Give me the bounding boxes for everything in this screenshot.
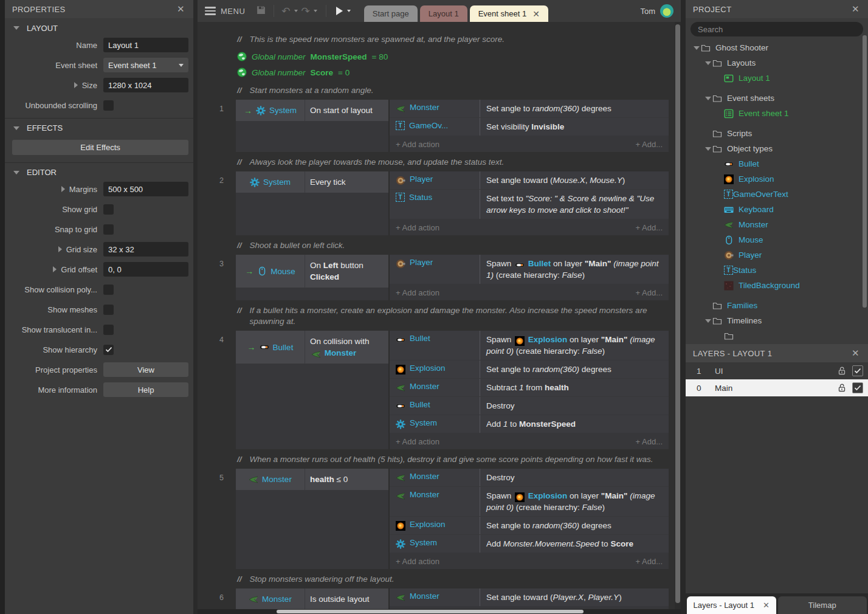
- action-object-cell[interactable]: Player: [390, 255, 480, 284]
- condition-object-cell[interactable]: Monster: [236, 588, 305, 609]
- collapse-icon[interactable]: [692, 46, 701, 50]
- redo-icon[interactable]: ↷: [301, 6, 310, 16]
- tab-event-sheet-1[interactable]: Event sheet 1✕: [470, 5, 548, 22]
- tree-item-families[interactable]: Families: [686, 298, 868, 313]
- redo-dropdown-icon[interactable]: [314, 10, 317, 12]
- menu-icon[interactable]: [205, 7, 216, 15]
- add-button[interactable]: + Add...: [636, 557, 669, 566]
- condition-text[interactable]: Every tick: [305, 171, 388, 193]
- tree-item-event-sheets[interactable]: Event sheets: [686, 91, 868, 106]
- action-text[interactable]: Spawn Bullet on layer "Main" (image poin…: [480, 255, 669, 284]
- collapse-icon[interactable]: [703, 319, 712, 323]
- section-header-effects[interactable]: EFFECTS: [5, 118, 193, 137]
- user-avatar[interactable]: [660, 4, 673, 18]
- action-row[interactable]: MonsterSet angle to random(360) degrees: [390, 100, 669, 118]
- action-row[interactable]: MonsterSet angle toward (Player.X, Playe…: [390, 588, 669, 607]
- layer-row-main[interactable]: 0Main: [686, 379, 868, 396]
- condition-text[interactable]: On start of layout: [305, 100, 388, 121]
- action-row[interactable]: TStatusSet text to "Score: " & Score & n…: [390, 190, 669, 219]
- event-block[interactable]: →SystemOn start of layoutMonsterSet angl…: [236, 100, 669, 152]
- action-row[interactable]: SystemAdd Monster.Movement.Speed to Scor…: [390, 535, 669, 553]
- action-row[interactable]: TGameOv...Set visibility Invisible: [390, 118, 669, 136]
- add-action-button[interactable]: + Add action: [396, 223, 439, 232]
- show-translucent-in-checkbox[interactable]: [103, 325, 114, 335]
- action-text[interactable]: Set text to "Score: " & Score & newline …: [480, 190, 669, 219]
- add-button[interactable]: + Add...: [636, 140, 669, 149]
- action-text[interactable]: Set angle to random(360) degrees: [480, 360, 669, 378]
- action-text[interactable]: Spawn Explosion on layer "Main" (image p…: [480, 487, 669, 516]
- name-input[interactable]: [103, 38, 188, 52]
- condition-object-cell[interactable]: →System: [236, 100, 305, 121]
- action-text[interactable]: Set angle toward (Player.X, Player.Y): [480, 588, 669, 606]
- action-text[interactable]: Set angle to random(360) degrees: [480, 100, 669, 117]
- condition-row[interactable]: MonsterIs outside layout: [236, 588, 388, 609]
- close-icon[interactable]: ✕: [763, 601, 770, 610]
- expander-icon[interactable]: [58, 246, 62, 252]
- action-row[interactable]: PlayerSpawn Bullet on layer "Main" (imag…: [390, 255, 669, 285]
- action-object-cell[interactable]: Bullet: [390, 397, 480, 415]
- condition-row[interactable]: Monsterhealth ≤ 0: [236, 469, 388, 490]
- tree-item-mouse[interactable]: Mouse: [686, 232, 868, 247]
- action-text[interactable]: Add 1 to MonsterSpeed: [480, 415, 669, 433]
- condition-text[interactable]: On collision with Monster: [305, 331, 388, 364]
- event-sheet-select[interactable]: Event sheet 1: [103, 58, 188, 72]
- add-action-button[interactable]: + Add action: [396, 140, 439, 149]
- condition-object-cell[interactable]: System: [236, 171, 305, 193]
- show-grid-checkbox[interactable]: [103, 204, 114, 215]
- action-row[interactable]: PlayerSet angle toward (Mouse.X, Mouse.Y…: [390, 171, 669, 190]
- action-text[interactable]: Set visibility Invisible: [480, 118, 669, 136]
- close-icon[interactable]: ✕: [532, 9, 540, 19]
- tree-item-object-types[interactable]: Object types: [686, 141, 868, 156]
- action-text[interactable]: Subtract 1 from health: [480, 379, 669, 396]
- condition-row[interactable]: →MouseOn Left button Clicked: [236, 255, 388, 288]
- action-object-cell[interactable]: Monster: [390, 100, 480, 117]
- condition-text[interactable]: Is outside layout: [305, 588, 388, 609]
- close-icon[interactable]: ✕: [176, 4, 186, 15]
- action-row[interactable]: ExplosionSet angle to random(360) degree…: [390, 360, 669, 379]
- event-block[interactable]: →BulletOn collision with MonsterBulletSp…: [236, 331, 669, 449]
- horizontal-scrollbar[interactable]: [198, 609, 681, 614]
- action-object-cell[interactable]: Explosion: [390, 360, 480, 378]
- tree-item-gameovertext[interactable]: TGameOverText: [686, 187, 868, 202]
- show-hierarchy-checkbox[interactable]: [103, 345, 114, 355]
- condition-object-cell[interactable]: →Bullet: [236, 331, 305, 364]
- action-object-cell[interactable]: TGameOv...: [390, 118, 480, 136]
- tab-layout-1[interactable]: Layout 1: [420, 5, 467, 22]
- tree-item-layout-1[interactable]: Layout 1: [686, 71, 868, 86]
- action-row[interactable]: BulletDestroy: [390, 397, 669, 415]
- project-scrollbar-thumb[interactable]: [863, 35, 867, 308]
- add-button[interactable]: + Add...: [636, 223, 669, 232]
- global-variable[interactable]: Global numberMonsterSpeed= 80: [237, 49, 675, 64]
- condition-object-cell[interactable]: →Mouse: [236, 255, 305, 288]
- action-text[interactable]: Spawn Explosion on layer "Main" (image p…: [480, 331, 669, 360]
- horizontal-scrollbar-thumb[interactable]: [277, 610, 584, 613]
- condition-row[interactable]: →SystemOn start of layout: [236, 100, 388, 121]
- undo-dropdown-icon[interactable]: [294, 10, 298, 12]
- tree-item-ghost-shooter[interactable]: Ghost Shooter: [686, 40, 868, 55]
- section-header-editor[interactable]: EDITOR: [5, 162, 193, 182]
- visibility-checkbox[interactable]: [852, 365, 863, 376]
- action-object-cell[interactable]: Monster: [390, 487, 480, 516]
- layer-row-ui[interactable]: 1UI: [686, 362, 868, 379]
- tree-item-scripts[interactable]: Scripts: [686, 126, 868, 141]
- event-block[interactable]: →MouseOn Left button ClickedPlayerSpawn …: [236, 255, 669, 300]
- play-dropdown-icon[interactable]: [347, 10, 351, 12]
- action-object-cell[interactable]: System: [390, 415, 480, 433]
- vertical-scrollbar[interactable]: [675, 22, 681, 609]
- tree-item-timelines[interactable]: Timelines: [686, 313, 868, 328]
- action-object-cell[interactable]: System: [390, 535, 480, 553]
- add-action-button[interactable]: + Add action: [396, 437, 439, 446]
- visibility-checkbox[interactable]: [852, 382, 863, 393]
- view-button[interactable]: View: [103, 362, 188, 377]
- tree-item-monster[interactable]: Monster: [686, 217, 868, 232]
- expander-icon[interactable]: [53, 266, 57, 272]
- tab-start-page[interactable]: Start page: [364, 5, 418, 22]
- close-icon[interactable]: ✕: [850, 348, 861, 359]
- play-icon[interactable]: [336, 7, 343, 15]
- action-row[interactable]: SystemAdd 1 to MonsterSpeed: [390, 415, 669, 433]
- action-row[interactable]: BulletSpawn Explosion on layer "Main" (i…: [390, 331, 669, 360]
- action-row[interactable]: MonsterSpawn Explosion on layer "Main" (…: [390, 487, 669, 517]
- action-object-cell[interactable]: Explosion: [390, 517, 480, 534]
- close-icon[interactable]: ✕: [850, 4, 861, 15]
- grid-size-input[interactable]: [103, 242, 188, 257]
